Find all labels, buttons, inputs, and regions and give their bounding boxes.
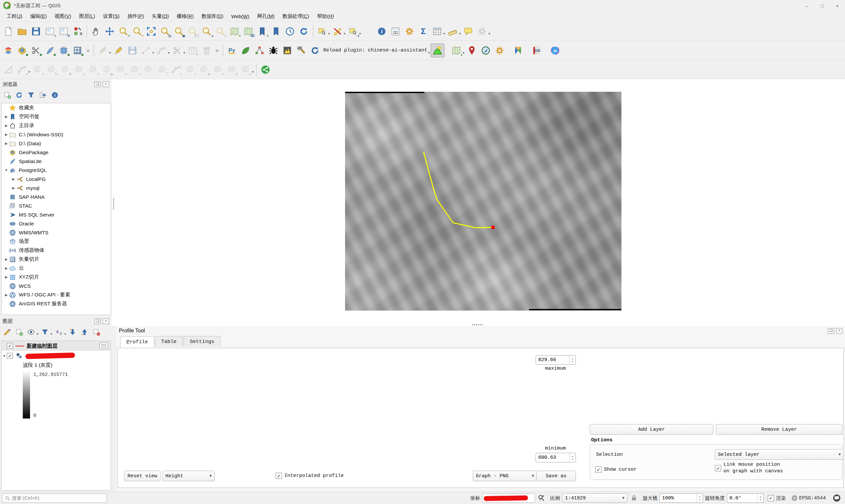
- save-project-button[interactable]: [29, 25, 42, 38]
- filter-by-expression-button[interactable]: ε: [54, 327, 64, 337]
- measure-line-button[interactable]: [446, 25, 459, 38]
- maximum-spin-arrows[interactable]: ▴▾: [569, 356, 576, 364]
- browser-item-云[interactable]: ▶云: [2, 264, 111, 273]
- show-map-tips-button[interactable]: [462, 25, 475, 38]
- browser-add-layer-button[interactable]: [2, 90, 12, 100]
- browser-filter-button[interactable]: [26, 90, 36, 100]
- vertex-tool-button[interactable]: [155, 44, 169, 57]
- layers-close-button[interactable]: ×: [103, 319, 109, 324]
- new-print-layout-button[interactable]: +: [43, 25, 56, 38]
- manage-map-themes-button[interactable]: [26, 327, 36, 337]
- new-temporary-scratch-layer-button[interactable]: ✱: [57, 44, 70, 57]
- zoom-to-layer-button[interactable]: ▤: [158, 25, 172, 38]
- profile-close-button[interactable]: ×: [836, 328, 842, 334]
- rotate-feature-button[interactable]: ↻: [45, 63, 58, 76]
- layer-styling-button[interactable]: [2, 327, 12, 337]
- browser-item-sap-hana[interactable]: SAP HANA: [2, 193, 111, 201]
- browser-item-geopackage[interactable]: GeoPackage: [2, 148, 111, 157]
- split-parts-button[interactable]: ✂: [183, 63, 197, 76]
- browser-item-arcgis-rest-服务器[interactable]: ArcGIS REST 服务器: [2, 299, 111, 308]
- tab-table[interactable]: Table: [155, 336, 183, 346]
- trim-extend-button[interactable]: ⊢: [239, 63, 252, 76]
- browser-item-postgresql[interactable]: ▼PostgreSQL: [2, 166, 111, 175]
- browser-collapse-all-button[interactable]: [38, 90, 48, 100]
- simplify-feature-button[interactable]: ✱: [59, 63, 72, 76]
- collapse-all-button[interactable]: [80, 327, 89, 337]
- show-statistical-summary-button[interactable]: Σ: [417, 25, 430, 38]
- memory-layer-indicator-icon[interactable]: [100, 343, 108, 349]
- panel-splitter-handle[interactable]: [472, 324, 483, 326]
- add-ring-button[interactable]: ◎: [73, 63, 86, 76]
- add-layer-button[interactable]: Add Layer: [590, 424, 713, 435]
- expander-icon[interactable]: ▶: [4, 293, 9, 297]
- browser-item-传感器物体[interactable]: 传感器物体: [2, 246, 111, 255]
- processing-toolbox-button[interactable]: [403, 25, 416, 38]
- new-3d-map-view-button[interactable]: 3D: [242, 25, 255, 38]
- delete-part-button[interactable]: ×: [128, 63, 141, 76]
- expander-icon[interactable]: ▶: [4, 115, 9, 119]
- split-features-tool-button[interactable]: [171, 44, 184, 57]
- browser-float-button[interactable]: ❏: [94, 82, 101, 87]
- filter-by-expression-dropdown-arrow[interactable]: ▾: [65, 332, 66, 336]
- dem-layer-checkbox[interactable]: ✓: [7, 353, 13, 359]
- digitize-with-segment-button[interactable]: [140, 44, 153, 57]
- manage-map-themes-dropdown-arrow[interactable]: ▾: [37, 332, 38, 336]
- zoom-in-button[interactable]: +: [117, 25, 130, 38]
- browser-item-ms-sql-server[interactable]: MS SQL Server: [2, 210, 111, 219]
- pan-to-selection-button[interactable]: [103, 25, 116, 38]
- browser-item-spatialite[interactable]: SpatiaLite: [2, 157, 111, 166]
- copy-move-feature-button[interactable]: +: [31, 63, 44, 76]
- new-map-view-button[interactable]: +: [228, 25, 241, 38]
- menu-webw[interactable]: Web(W): [227, 12, 253, 20]
- gis-ai-helper-button[interactable]: GIS: [530, 44, 543, 57]
- reload-plugin-button[interactable]: [309, 44, 322, 57]
- browser-refresh-button[interactable]: [14, 90, 24, 100]
- save-layer-edits-button[interactable]: [126, 44, 139, 57]
- add-part-button[interactable]: +: [87, 63, 100, 76]
- first-aid-plugin-button[interactable]: [267, 44, 280, 57]
- maximize-button[interactable]: □: [815, 0, 830, 11]
- browser-item-d-data-[interactable]: ▶D:\ (Data): [2, 139, 111, 148]
- browser-item-收藏夹[interactable]: 收藏夹: [2, 103, 111, 112]
- browser-item-wms-wmts[interactable]: WMS/WMTS: [2, 228, 111, 237]
- locator-search-input[interactable]: 搜索 (Ctrl+K): [2, 493, 107, 503]
- azimuth-tool-button[interactable]: [479, 44, 492, 57]
- ai-assistant-button[interactable]: AI: [548, 44, 562, 57]
- open-attribute-table-button[interactable]: [430, 25, 444, 38]
- lock-scale-icon[interactable]: [631, 494, 637, 502]
- resource-sharing-button[interactable]: [239, 44, 252, 57]
- expander-icon[interactable]: ▶: [11, 186, 16, 190]
- python-console-button[interactable]: Py: [225, 44, 239, 57]
- layer-item-dem-raster[interactable]: ▼ ✓: [2, 351, 111, 361]
- filter-legend-dropdown-arrow[interactable]: ▾: [51, 332, 52, 336]
- build-tools-button[interactable]: [295, 44, 308, 57]
- identify-features-button[interactable]: i: [375, 25, 388, 38]
- current-edits-button[interactable]: [96, 44, 109, 57]
- browser-item-wcs[interactable]: WCS: [2, 282, 111, 290]
- close-button[interactable]: ×: [830, 0, 845, 11]
- profile-float-button[interactable]: ❏: [828, 328, 834, 334]
- zoom-out-button[interactable]: −: [131, 25, 144, 38]
- temp-layer-checkbox[interactable]: ✓: [7, 343, 13, 349]
- extents-icon[interactable]: [538, 494, 546, 502]
- browser-item-mysql[interactable]: ▶mysql: [2, 183, 111, 193]
- zoom-last-button[interactable]: ◂: [200, 25, 213, 38]
- tab-profile[interactable]: Profile: [120, 336, 154, 347]
- toolbar-overflow-button[interactable]: »: [87, 47, 89, 54]
- browser-item-c-windows-ssd-[interactable]: ▶C:\ (Windows-SSD): [2, 130, 111, 139]
- cad-tools-button[interactable]: [2, 63, 15, 76]
- new-project-button[interactable]: [2, 25, 15, 38]
- show-cursor-checkbox[interactable]: ✓: [595, 466, 602, 473]
- expander-icon[interactable]: ▼: [2, 354, 7, 358]
- data-source-manager-button[interactable]: [2, 44, 15, 57]
- menu-d[interactable]: 数据库(D): [197, 12, 227, 21]
- graph-minimum-spinbox[interactable]: 600.63▴▾: [535, 453, 576, 463]
- remove-layer-button[interactable]: [91, 327, 101, 337]
- browser-properties-button[interactable]: i: [50, 90, 60, 100]
- graph-maximum-spinbox[interactable]: 829.66▴▾: [535, 355, 576, 365]
- expander-icon[interactable]: ▶: [4, 133, 9, 136]
- expander-icon[interactable]: ▶: [4, 275, 9, 279]
- annotation-tool-button[interactable]: [475, 25, 489, 38]
- new-geopackage-layer-button[interactable]: ✱: [16, 44, 29, 57]
- menu-p[interactable]: 插件(P): [123, 12, 148, 21]
